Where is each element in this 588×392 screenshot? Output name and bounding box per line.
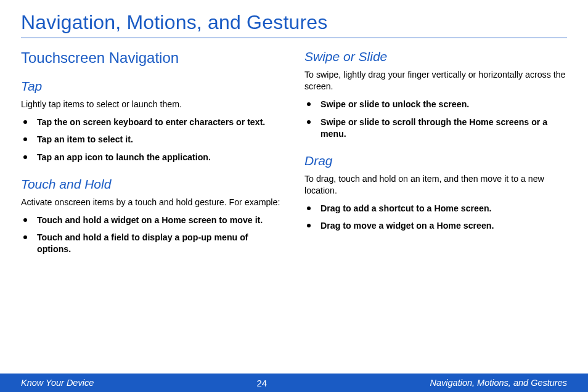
list-item: Drag to add a shortcut to a Home screen.	[304, 203, 567, 214]
section-drag: Drag	[304, 153, 567, 168]
swipe-intro: To swipe, lightly drag your finger verti…	[304, 69, 567, 92]
section-touchscreen-navigation: Touchscreen Navigation	[21, 49, 284, 67]
tap-bullets: Tap the on screen keyboard to enter char…	[21, 116, 284, 163]
list-item: Swipe or slide to scroll through the Hom…	[304, 116, 567, 140]
tap-intro: Lightly tap items to select or launch th…	[21, 99, 284, 110]
page-title: Navigation, Motions, and Gestures	[21, 11, 567, 38]
list-item: Tap an app icon to launch the applicatio…	[21, 152, 284, 163]
touch-hold-bullets: Touch and hold a widget on a Home screen…	[21, 214, 284, 256]
list-item: Swipe or slide to unlock the screen.	[304, 99, 567, 110]
list-item: Tap the on screen keyboard to enter char…	[21, 116, 284, 128]
section-swipe-or-slide: Swipe or Slide	[304, 49, 567, 64]
left-column: Touchscreen Navigation Tap Lightly tap i…	[21, 49, 284, 269]
list-item: Tap an item to select it.	[21, 134, 284, 145]
content-columns: Touchscreen Navigation Tap Lightly tap i…	[21, 49, 567, 269]
list-item: Touch and hold a widget on a Home screen…	[21, 214, 284, 226]
touch-hold-intro: Activate onscreen items by a touch and h…	[21, 197, 284, 208]
swipe-bullets: Swipe or slide to unlock the screen. Swi…	[304, 99, 567, 140]
section-touch-and-hold: Touch and Hold	[21, 177, 284, 192]
list-item: Drag to move a widget on a Home screen.	[304, 220, 567, 232]
footer-page-number: 24	[257, 378, 267, 388]
drag-intro: To drag, touch and hold on an item, and …	[304, 173, 567, 197]
list-item: Touch and hold a field to display a pop-…	[21, 232, 284, 255]
footer-left: Know Your Device	[21, 378, 94, 388]
right-column: Swipe or Slide To swipe, lightly drag yo…	[304, 49, 567, 269]
page-footer: Know Your Device 24 Navigation, Motions,…	[0, 374, 588, 392]
section-tap: Tap	[21, 79, 284, 94]
drag-bullets: Drag to add a shortcut to a Home screen.…	[304, 203, 567, 232]
footer-right: Navigation, Motions, and Gestures	[430, 378, 567, 388]
